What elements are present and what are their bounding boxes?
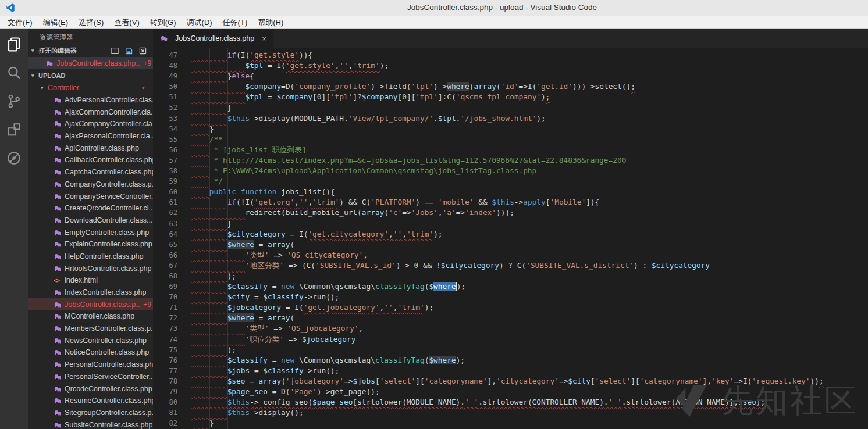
line-number[interactable]: 67 (153, 260, 191, 271)
code-line[interactable]: 52 } (153, 102, 868, 113)
tree-item-folder-controller[interactable]: ▾ Controller ● (28, 82, 153, 94)
line-number[interactable]: 64 (153, 229, 191, 239)
code-line[interactable]: 66 '类型' => 'QS_citycategory', (153, 250, 868, 260)
menu-item[interactable]: 查看(V) (109, 17, 144, 28)
tree-item-file[interactable]: SitegroupController.class.p.. (28, 407, 153, 419)
code-line[interactable]: 55 /** (153, 134, 868, 145)
line-number[interactable]: 49 (153, 71, 191, 81)
save-all-icon[interactable] (124, 47, 133, 55)
code-line[interactable]: 75 ); (153, 345, 868, 355)
line-number[interactable]: 74 (153, 334, 191, 345)
code-line[interactable]: 81 $this->display(); (153, 407, 868, 418)
close-icon[interactable]: × (262, 34, 266, 43)
code-line[interactable]: 74 '职位分类' => $jobcategory (153, 334, 868, 345)
line-number[interactable]: 69 (153, 281, 191, 292)
code-line[interactable]: 53 $this->display(MODULE_PATH.'View/tpl_… (153, 113, 868, 124)
code-line[interactable]: 59 */ (153, 176, 868, 187)
tree-item-file[interactable]: CreateQrcodeController.cl... (28, 202, 153, 214)
code-line[interactable]: 47 if(I('get.style')){ (153, 50, 868, 60)
open-editor-item-jobscontroller[interactable]: JobsController.class.php.. +9 (28, 57, 153, 69)
line-number[interactable]: 48 (153, 60, 191, 71)
tree-item-file[interactable]: QrcodeController.class.php (28, 382, 153, 395)
line-number[interactable]: 76 (153, 355, 191, 366)
tree-item-file[interactable]: IndexController.class.php (28, 287, 153, 299)
tree-item-file[interactable]: MController.class.php (28, 310, 153, 323)
tree-item-file[interactable]: <>index.html (28, 274, 153, 287)
code-line[interactable]: 50 $company=D('company_profile')->field(… (153, 81, 868, 92)
extensions-icon[interactable] (6, 122, 22, 137)
line-number[interactable]: 66 (153, 250, 191, 260)
line-number[interactable]: 59 (153, 176, 191, 187)
tree-item-file[interactable]: CompanyServiceController... (28, 190, 153, 202)
line-number[interactable]: 55 (153, 134, 191, 145)
tree-item-file[interactable]: EmptyController.class.php (28, 226, 153, 238)
line-number[interactable]: 79 (153, 387, 191, 397)
code-line[interactable]: 60 public function jobs_list(){ (153, 187, 868, 197)
line-number[interactable]: 78 (153, 376, 191, 387)
line-number[interactable]: 71 (153, 302, 191, 313)
tree-item-file[interactable]: MembersController.class.p... (28, 323, 153, 335)
line-number[interactable]: 72 (153, 313, 191, 323)
line-number[interactable]: 53 (153, 113, 191, 124)
code-line[interactable]: 51 $tpl = $company[0]['tpl']?$company[0]… (153, 92, 868, 102)
tree-item-file[interactable]: AjaxPersonalController.cla... (28, 130, 153, 142)
code-line[interactable]: 80 $this->_config_seo($page_seo[strtolow… (153, 397, 868, 407)
tree-item-file[interactable]: CompanyController.class.p... (28, 178, 153, 191)
line-number[interactable]: 58 (153, 166, 191, 176)
code-line[interactable]: 62 redirect(build_mobile_url(array('c'=>… (153, 208, 868, 218)
code-line[interactable]: 68 ); (153, 271, 868, 281)
line-number[interactable]: 52 (153, 102, 191, 113)
code-editor[interactable]: 47 if(I('get.style')){48 $tpl = I('get.s… (153, 48, 868, 429)
line-number[interactable]: 73 (153, 323, 191, 334)
tree-item-file[interactable]: NewsController.class.php (28, 334, 153, 346)
line-number[interactable]: 57 (153, 155, 191, 166)
line-number[interactable]: 54 (153, 124, 191, 134)
code-line[interactable]: 63 } (153, 219, 868, 229)
line-number[interactable]: 51 (153, 92, 191, 102)
code-line[interactable]: 82 } (153, 418, 868, 428)
menu-item[interactable]: 任务(T) (218, 17, 253, 28)
open-editors-header[interactable]: ▾ 打开的编辑器 (28, 44, 153, 57)
code-line[interactable]: 69 $classify = new \Common\qscmstag\clas… (153, 281, 868, 292)
split-editor-icon[interactable] (111, 47, 119, 55)
search-icon[interactable] (6, 65, 22, 80)
code-line[interactable]: 79 $page_seo = D('Page')->get_page(); (153, 387, 868, 397)
code-line[interactable]: 73 '类型' => 'QS_jobcategory', (153, 323, 868, 334)
code-line[interactable]: 72 $where = array( (153, 313, 868, 323)
tree-item-file[interactable]: CaptchaController.class.php (28, 166, 153, 178)
tab-jobscontroller[interactable]: JobsController.class.php × (153, 29, 273, 48)
line-number[interactable]: 60 (153, 187, 191, 197)
code-line[interactable]: 78 $seo = array('jobcategory'=>$jobs['se… (153, 376, 868, 387)
code-line[interactable]: 64 $citycategory = I('get.citycategory',… (153, 229, 868, 239)
tree-item-file[interactable]: AjaxCommonController.cla... (28, 106, 153, 118)
tree-item-file[interactable]: JobsController.class.p..+9 (28, 298, 153, 310)
line-number[interactable]: 62 (153, 208, 191, 218)
tree-item-file[interactable]: ApiController.class.php (28, 142, 153, 154)
code-line[interactable]: 61 if(!I('get.org','','trim') && C('PLAT… (153, 197, 868, 208)
tree-item-file[interactable]: ResumeController.class.php (28, 395, 153, 407)
tree-item-file[interactable]: PersonalServiceController.... (28, 371, 153, 383)
code-line[interactable]: 65 $where = array( (153, 239, 868, 250)
line-number[interactable]: 81 (153, 407, 191, 418)
line-number[interactable]: 75 (153, 345, 191, 355)
tree-item-file[interactable]: CallbackController.class.php (28, 154, 153, 166)
line-number[interactable]: 63 (153, 219, 191, 229)
menu-item[interactable]: 调试(D) (182, 17, 218, 28)
tree-item-file[interactable]: AjaxCompanyController.cla.. (28, 118, 153, 130)
menu-item[interactable]: 编辑(E) (38, 17, 73, 28)
line-number[interactable]: 50 (153, 81, 191, 92)
code-line[interactable]: 71 $jobcategory = I('get.jobcategory',''… (153, 302, 868, 313)
tree-item-file[interactable]: ExplainController.class.php (28, 238, 153, 251)
line-number[interactable]: 56 (153, 145, 191, 155)
close-all-icon[interactable] (138, 47, 147, 55)
tree-item-file[interactable]: SubsiteController.class.php (28, 419, 153, 429)
menu-item[interactable]: 帮助(H) (252, 17, 289, 28)
tree-item-file[interactable]: HelpController.class.php (28, 251, 153, 263)
tree-item-file[interactable]: PersonalController.class.ph.. (28, 359, 153, 371)
menu-item[interactable]: 转到(G) (145, 17, 182, 28)
tree-item-file[interactable]: AdvPersonalController.clas... (28, 94, 153, 106)
code-line[interactable]: 57 * http://74cms.test/index.php?m=&c=jo… (153, 155, 868, 166)
code-line[interactable]: 58 * E:\WWW\74cms\upload\Application\Com… (153, 166, 868, 176)
line-number[interactable]: 82 (153, 418, 191, 428)
tree-item-file[interactable]: HrtoolsController.class.php (28, 262, 153, 274)
